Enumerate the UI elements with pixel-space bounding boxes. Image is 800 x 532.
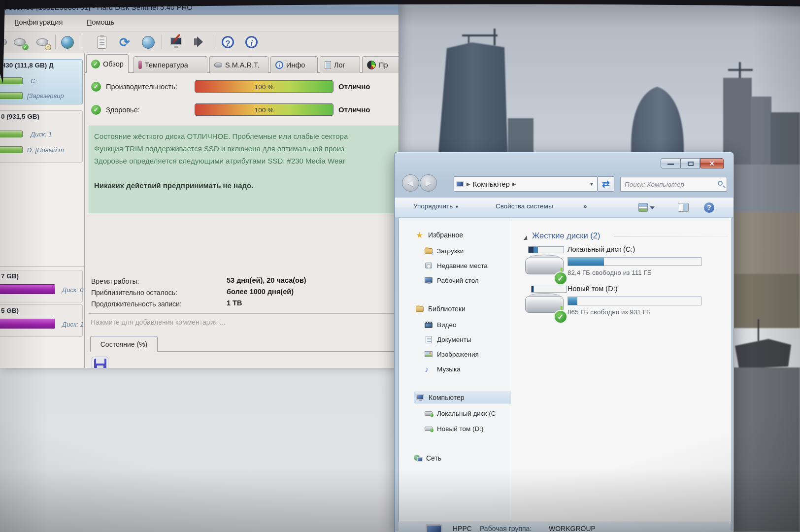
status-line: Функция TRIM поддерживается SSD и включе… — [94, 142, 394, 155]
partition-bar — [0, 319, 55, 329]
capacity-bar — [567, 257, 701, 266]
minimize-button[interactable] — [661, 158, 680, 168]
sidebar-item-libraries[interactable]: Библиотеки — [416, 303, 466, 315]
tab-label: Обзор — [103, 60, 124, 68]
video-icon — [425, 321, 433, 329]
tab-smart[interactable]: S.M.A.R.T. — [209, 56, 268, 73]
forward-button[interactable]: ▶ — [420, 174, 437, 192]
tab-overview[interactable]: ✓ Обзор — [86, 54, 129, 73]
tab-health-percent-chart[interactable]: Состояние (%) — [90, 336, 158, 352]
help-button[interactable]: ? — [704, 202, 714, 213]
refresh-button[interactable]: ⇄ — [598, 176, 614, 192]
speaker-icon[interactable] — [191, 35, 206, 50]
explorer-window: ✕ ◀ ▶ ▶ Компьютер ▶ ▼ ⇄ Упорядочить ▼ — [394, 152, 734, 532]
disk-list-item-hdd[interactable]: 0 (931,5 GB) Диск: 1 D: [Новый т — [0, 110, 83, 163]
partition-bar — [0, 284, 55, 294]
tab-info[interactable]: i Инфо — [270, 56, 318, 73]
floppy-save-icon — [94, 359, 106, 368]
disk-check-icon[interactable]: ✓ — [13, 35, 28, 50]
computer-icon — [426, 524, 442, 532]
sidebar-item-desktop[interactable]: Рабочий стол — [425, 274, 479, 286]
tab-label: Пр — [379, 61, 388, 69]
organize-button[interactable]: Упорядочить ▼ — [413, 202, 459, 210]
sidebar-label: Видео — [437, 321, 456, 329]
save-chart-button[interactable] — [92, 357, 108, 368]
desktop-icon — [425, 276, 433, 285]
sentinel-disk-list: JH30 (111,8 GB) Д C: [Зарезервир 0 (931,… — [0, 53, 85, 368]
disk-search-icon[interactable]: ○ — [35, 35, 50, 50]
sidebar-item-documents[interactable]: Документы — [425, 333, 471, 345]
computer-name: HPPC — [453, 525, 472, 532]
address-bar[interactable]: ▶ Компьютер ▶ ▼ — [454, 176, 598, 192]
sidebar-item-music[interactable]: ♪ Музыка — [425, 363, 461, 375]
health-bar: 100 % — [195, 103, 333, 116]
preview-pane-button[interactable] — [678, 203, 689, 212]
partition-bar — [0, 77, 23, 84]
add-comment-link[interactable]: Нажмите для добавления комментария ... — [91, 318, 226, 326]
sidebar-item-computer[interactable]: Компьютер — [414, 392, 521, 403]
more-commands-button[interactable]: » — [583, 202, 587, 210]
sidebar-item-recent-places[interactable]: Недавние места — [425, 260, 488, 271]
sentinel-title-bar[interactable]: 0A-00JH30 [1832E9806761] - Hard Disk Sen… — [0, 0, 399, 15]
sidebar-item-new-volume-d[interactable]: Новый том (D:) — [425, 423, 484, 434]
computer-icon — [416, 394, 425, 402]
maximize-icon — [688, 162, 694, 166]
menu-item-partial[interactable]: т — [1, 18, 4, 26]
change-view-button[interactable] — [638, 203, 648, 212]
sidebar-item-favorites[interactable]: ★ Избранное — [416, 229, 463, 241]
performance-bar: 100 % — [195, 80, 333, 93]
group-header-hard-disks[interactable]: Жесткие диски (2) — [532, 231, 600, 240]
disk-list-item-ssd[interactable]: JH30 (111,8 GB) Д C: [Зарезервир — [0, 59, 83, 104]
tab-label: S.M.A.R.T. — [225, 61, 259, 69]
globe-disk-icon[interactable] — [60, 35, 75, 50]
menu-item-configuration[interactable]: Конфигурация — [15, 18, 63, 26]
info-icon[interactable]: i — [244, 35, 259, 50]
partition-label: D: [Новый т — [27, 146, 64, 154]
partition-label: Диск: 1 — [31, 131, 52, 138]
breadcrumb[interactable]: Компьютер — [473, 180, 510, 188]
partition-bar — [0, 146, 23, 153]
performance-status: Отлично — [338, 82, 370, 91]
sidebar-label: Документы — [437, 336, 471, 343]
breadcrumb-arrow-icon: ▶ — [512, 181, 516, 187]
tab-temperature[interactable]: Температура — [133, 56, 207, 73]
report-icon[interactable] — [95, 35, 109, 50]
disk-item-title: 0 (931,5 GB) — [1, 113, 39, 120]
ok-check-badge-icon: ✓ — [554, 271, 567, 285]
sidebar-item-videos[interactable]: Видео — [425, 319, 456, 331]
menu-item-help[interactable]: Помощь — [87, 18, 114, 26]
subtab-label: Состояние (%) — [100, 340, 148, 348]
drive-name: Новый том (D:) — [567, 285, 618, 293]
sidebar-item-local-disk-c[interactable]: Локальный диск (C — [425, 407, 496, 419]
search-input[interactable] — [624, 178, 712, 191]
tab-label: Инфо — [286, 61, 305, 69]
system-properties-button[interactable]: Свойства системы — [496, 202, 553, 210]
sentinel-menu-bar: т Конфигурация Помощь — [0, 15, 399, 32]
sidebar-item-network[interactable]: Сеть — [414, 452, 441, 464]
back-button[interactable]: ◀ — [402, 174, 419, 192]
sidebar-label: Недавние места — [437, 262, 488, 269]
refresh-icon[interactable]: ⟳ — [117, 35, 132, 50]
breadcrumb-arrow-icon: ▶ — [467, 181, 470, 187]
address-dropdown-icon[interactable]: ▼ — [589, 181, 595, 187]
sidebar-item-downloads[interactable]: ↓ Загрузки — [425, 245, 464, 257]
help-icon[interactable]: ? — [221, 35, 235, 50]
maximize-button[interactable] — [680, 158, 700, 168]
disk-icon[interactable] — [0, 35, 9, 50]
sentinel-window-title: 0A-00JH30 [1832E9806761] - Hard Disk Sen… — [0, 3, 193, 11]
network-globe-icon[interactable] — [141, 35, 156, 50]
tab-performance[interactable]: Пр — [362, 56, 399, 73]
disk-list-item-usb1[interactable]: 5 GB) Диск: 1 — [0, 304, 83, 337]
sidebar-label: Загрузки — [437, 247, 464, 255]
sidebar-item-pictures[interactable]: Изображения — [425, 348, 479, 360]
close-button[interactable]: ✕ — [700, 158, 724, 168]
sentinel-toolbar: ✓ ○ ⟳ ? i — [0, 32, 399, 53]
search-box[interactable] — [620, 177, 727, 192]
disk-list-item-usb0[interactable]: 7 GB) Диск: 0 — [0, 270, 83, 302]
document-icon — [425, 335, 433, 344]
monitor-pen-icon[interactable] — [168, 35, 183, 50]
collapse-triangle-icon[interactable] — [523, 235, 527, 240]
drive-icon — [425, 425, 433, 433]
sidebar-label: Компьютер — [429, 394, 464, 401]
tab-log[interactable]: Лог — [320, 56, 360, 73]
